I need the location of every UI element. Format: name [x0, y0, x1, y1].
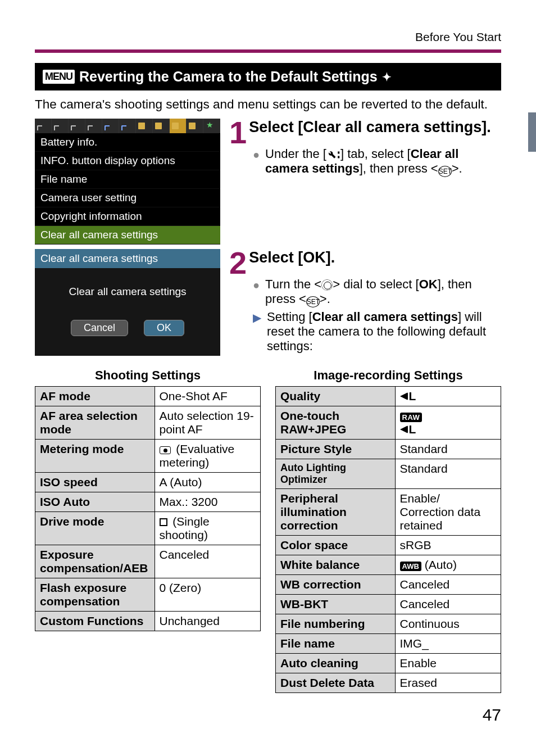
table-value: (Single shooting) [155, 512, 260, 545]
page-number: 47 [35, 705, 501, 725]
separator [35, 49, 501, 53]
dialog-ok-button[interactable]: OK [144, 320, 184, 336]
table-key: Peripheral illumination correction [276, 489, 396, 536]
table-value: Erased [395, 673, 501, 693]
table-value: (Evaluative metering) [155, 440, 260, 473]
table-key: File name [276, 634, 396, 654]
table-key: AF area selection mode [35, 406, 155, 440]
table-key: Metering mode [35, 440, 155, 473]
table-value: Enable/Correction data retained [395, 489, 501, 536]
table-value: One-Shot AF [155, 387, 260, 406]
menu-item[interactable]: Copyright information [35, 207, 220, 226]
table-value: sRGB [395, 536, 501, 555]
table-value: Unchanged [155, 612, 260, 631]
set-icon: SET [306, 296, 320, 307]
table-value: Max.: 3200 [155, 492, 260, 512]
dialog-title: Clear all camera settings [35, 249, 220, 268]
menu-screenshot-2: Clear all camera settings Clear all came… [35, 249, 220, 356]
set-icon: SET [438, 166, 452, 177]
menu-item[interactable]: File name [35, 170, 220, 189]
image-recording-settings-table: QualityLOne-touch RAW+JPEGRAWLPicture St… [275, 386, 501, 693]
table-value: L [395, 387, 501, 406]
menu-item[interactable]: Clear all camera settings [35, 226, 220, 245]
table-key: Flash exposure compensation [35, 578, 155, 612]
table-value: RAWL [395, 406, 501, 440]
menu-item[interactable]: Camera user setting [35, 189, 220, 207]
step-2-bullet-1: ● Turn the <> dial to select [OK], then … [253, 277, 501, 307]
step-2-title: Select [OK]. [229, 249, 501, 266]
table-key: WB correction [276, 575, 396, 595]
quality-icon [400, 425, 408, 433]
table-key: Auto cleaning [276, 654, 396, 673]
metering-icon [160, 446, 171, 454]
table-key: Color space [276, 536, 396, 555]
table-key: Custom Functions [35, 612, 155, 631]
table-value: Standard [395, 459, 501, 489]
table-value: Enable [395, 654, 501, 673]
table-key: Quality [276, 387, 396, 406]
wrench-icon [326, 149, 337, 159]
table-value: Canceled [395, 575, 501, 595]
step-2-bullet-2: ▶ Setting [Clear all camera settings] wi… [253, 310, 501, 354]
page-tab [528, 112, 536, 152]
star-icon: ✦ [382, 70, 392, 84]
step-1-num: 1 [229, 119, 247, 147]
table-right-caption: Image-recording Settings [275, 368, 501, 383]
menu-item[interactable]: INFO. button display options [35, 152, 220, 170]
table-value: Continuous [395, 614, 501, 634]
page-title: Reverting the Camera to the Default Sett… [79, 69, 378, 85]
table-key: Auto Lighting Optimizer [276, 459, 396, 489]
menu-icon: MENU [43, 70, 75, 84]
dialog-cancel-button[interactable]: Cancel [71, 320, 128, 336]
section-name: Before You Start [35, 30, 501, 44]
raw-icon: RAW [400, 413, 423, 422]
menu-screenshot-1: Battery info.INFO. button display option… [35, 119, 220, 245]
table-key: Dust Delete Data [276, 673, 396, 693]
table-key: Picture Style [276, 440, 396, 459]
table-value: 0 (Zero) [155, 578, 260, 612]
table-key: WB-BKT [276, 595, 396, 614]
dial-icon [321, 279, 333, 291]
table-value: Standard [395, 440, 501, 459]
table-key: White balance [276, 555, 396, 575]
step-1-bullet: ● Under the [꞉] tab, select [Clear all c… [253, 147, 501, 177]
table-value: Auto selection 19-point AF [155, 406, 260, 440]
table-value: A (Auto) [155, 473, 260, 492]
table-value: IMG_ [395, 634, 501, 654]
single-shot-icon [160, 518, 167, 526]
table-key: Drive mode [35, 512, 155, 545]
step-1-title: Select [Clear all camera settings]. [229, 119, 501, 136]
page-title-bar: MENU Reverting the Camera to the Default… [35, 63, 501, 90]
table-key: ISO speed [35, 473, 155, 492]
table-value: AWB (Auto) [395, 555, 501, 575]
table-key: AF mode [35, 387, 155, 406]
table-value: Canceled [395, 595, 501, 614]
table-left-caption: Shooting Settings [35, 368, 261, 383]
awb-icon: AWB [400, 562, 421, 571]
quality-icon [400, 392, 408, 400]
table-key: File numbering [276, 614, 396, 634]
shooting-settings-table: AF modeOne-Shot AFAF area selection mode… [35, 386, 261, 631]
table-key: ISO Auto [35, 492, 155, 512]
menu-item[interactable]: Battery info. [35, 133, 220, 152]
table-key: Exposure compensation/AEB [35, 545, 155, 578]
step-2-num: 2 [229, 249, 247, 277]
table-key: One-touch RAW+JPEG [276, 406, 396, 440]
intro-text: The camera's shooting settings and menu … [35, 97, 501, 112]
dialog-body: Clear all camera settings [35, 268, 220, 315]
table-value: Canceled [155, 545, 260, 578]
